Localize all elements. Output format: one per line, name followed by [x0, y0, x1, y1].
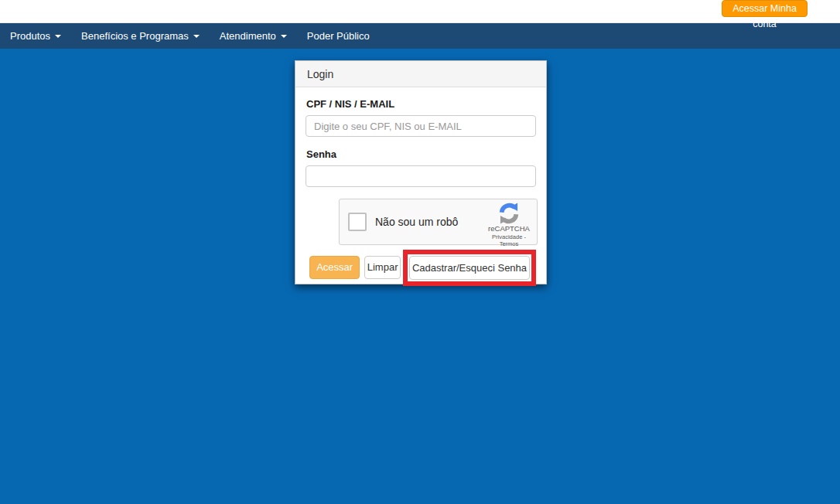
- red-highlight-annotation: Cadastrar/Esqueci Senha: [403, 250, 536, 286]
- login-buttons-row: Acessar Limpar Cadastrar/Esqueci Senha: [309, 257, 536, 278]
- acessar-button[interactable]: Acessar: [309, 256, 360, 279]
- nav-item-label: Poder Público: [307, 30, 370, 42]
- cpf-nis-email-input[interactable]: [306, 115, 536, 137]
- cadastrar-esqueci-senha-button[interactable]: Cadastrar/Esqueci Senha: [409, 256, 530, 280]
- senha-label: Senha: [306, 148, 536, 160]
- page-background: Login CPF / NIS / E-MAIL Senha Não sou u…: [0, 49, 840, 504]
- nav-item-atendimento[interactable]: Atendimento: [210, 23, 297, 49]
- nav-item-label: Produtos: [10, 30, 50, 42]
- top-bar: Acessar Minha conta: [0, 0, 840, 23]
- main-navbar: Produtos Benefícios e Programas Atendime…: [0, 23, 840, 49]
- nav-item-beneficios-e-programas[interactable]: Benefícios e Programas: [71, 23, 210, 49]
- login-panel-title: Login: [307, 68, 333, 80]
- chevron-down-icon: [281, 35, 287, 38]
- recaptcha-brand-name: reCAPTCHA: [485, 224, 533, 233]
- recaptcha-checkbox-label: Não sou um robô: [375, 216, 458, 228]
- login-panel: Login CPF / NIS / E-MAIL Senha Não sou u…: [295, 60, 547, 284]
- acessar-minha-conta-button[interactable]: Acessar Minha conta: [722, 0, 808, 17]
- recaptcha-widget: Não sou um robô reCAPTCHA Privacidade - …: [339, 199, 538, 245]
- limpar-button[interactable]: Limpar: [364, 256, 401, 279]
- nav-item-label: Benefícios e Programas: [81, 30, 189, 42]
- nav-item-poder-publico[interactable]: Poder Público: [297, 23, 380, 49]
- recaptcha-icon: [498, 203, 520, 224]
- chevron-down-icon: [193, 35, 200, 38]
- recaptcha-privacy-terms-links[interactable]: Privacidade - Termos: [485, 233, 533, 247]
- cpf-nis-email-label: CPF / NIS / E-MAIL: [306, 98, 536, 110]
- recaptcha-brand: reCAPTCHA Privacidade - Termos: [485, 203, 533, 247]
- nav-item-label: Atendimento: [220, 30, 276, 42]
- login-panel-header: Login: [295, 61, 546, 87]
- recaptcha-checkbox[interactable]: [348, 213, 367, 231]
- nav-item-produtos[interactable]: Produtos: [0, 23, 71, 49]
- chevron-down-icon: [55, 35, 61, 38]
- senha-input[interactable]: [306, 165, 536, 187]
- login-panel-body: CPF / NIS / E-MAIL Senha Não sou um robô…: [295, 87, 546, 288]
